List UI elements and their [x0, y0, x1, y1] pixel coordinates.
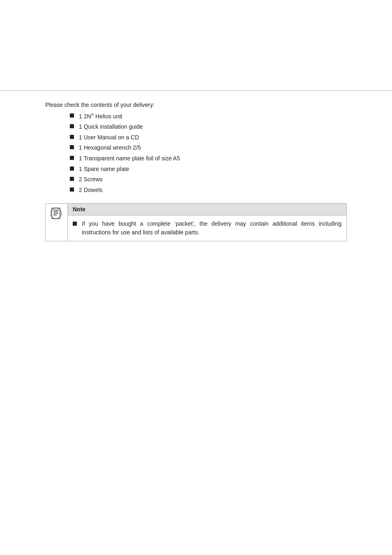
- item-text: 2 Dowels: [79, 186, 103, 194]
- note-icon-col: [46, 204, 68, 241]
- item-text: 1 2N® Helios unit: [79, 112, 122, 120]
- item-text: 1 Spare name plate: [79, 165, 129, 173]
- item-text: 2 Screws: [79, 176, 103, 184]
- svg-rect-3: [53, 213, 58, 214]
- note-document-icon: [51, 208, 63, 222]
- item-text: 1 Transparent name plate foil of size A5: [79, 155, 180, 163]
- bullet-icon: [70, 166, 74, 171]
- list-item: 1 Hexagonal wrench 2/5: [70, 144, 347, 152]
- note-body: If you have bought a complete ‘packet’, …: [68, 215, 346, 241]
- bullet-icon: [73, 222, 77, 226]
- page-container: Please check the contents of your delive…: [0, 90, 392, 555]
- note-section: Note If you have bought a complete ‘pack…: [45, 203, 347, 241]
- list-item: 2 Screws: [70, 176, 347, 184]
- list-item: 1 Transparent name plate foil of size A5: [70, 155, 347, 163]
- bullet-icon: [70, 113, 74, 118]
- intro-text: Please check the contents of your delive…: [45, 102, 347, 108]
- svg-rect-4: [53, 215, 57, 215]
- list-item: 1 Spare name plate: [70, 165, 347, 173]
- item-text: 1 User Manual on a CD: [79, 134, 139, 142]
- list-item: 1 2N® Helios unit: [70, 112, 347, 120]
- note-list-item: If you have bought a complete ‘packet’, …: [73, 220, 341, 237]
- note-list: If you have bought a complete ‘packet’, …: [73, 220, 341, 237]
- delivery-list: 1 2N® Helios unit 1 Quick installation g…: [70, 112, 347, 194]
- svg-rect-1: [53, 210, 58, 210]
- bullet-icon: [70, 124, 74, 128]
- list-item: 2 Dowels: [70, 186, 347, 194]
- note-content: Note If you have bought a complete ‘pack…: [68, 204, 346, 241]
- bullet-icon: [70, 135, 74, 139]
- main-content: Please check the contents of your delive…: [0, 91, 392, 241]
- bullet-icon: [70, 145, 74, 149]
- bullet-icon: [70, 187, 74, 192]
- note-header: Note: [68, 204, 346, 215]
- bullet-icon: [70, 177, 74, 181]
- item-text: 1 Hexagonal wrench 2/5: [79, 144, 141, 152]
- item-text: 1 Quick installation guide: [79, 123, 143, 131]
- bullet-icon: [70, 156, 74, 160]
- list-item: 1 User Manual on a CD: [70, 134, 347, 142]
- note-text: If you have bought a complete ‘packet’, …: [82, 220, 341, 237]
- svg-rect-2: [53, 211, 58, 212]
- list-item: 1 Quick installation guide: [70, 123, 347, 131]
